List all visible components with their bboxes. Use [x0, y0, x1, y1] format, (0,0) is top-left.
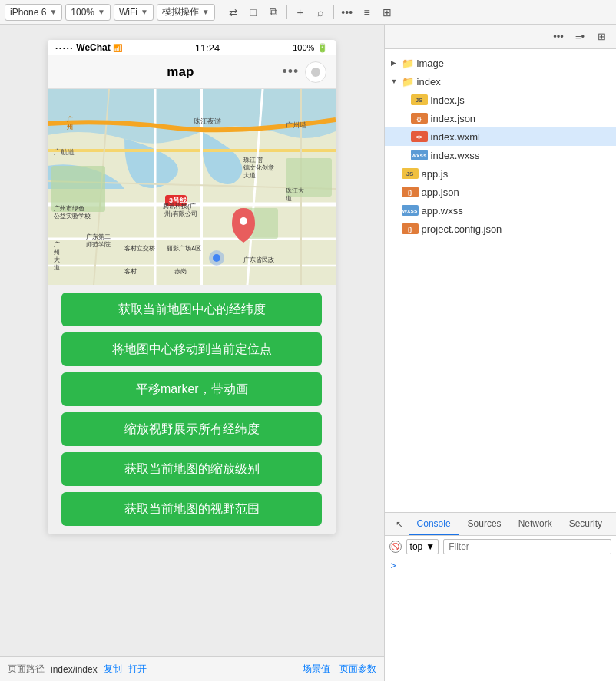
console-context-value: top [410, 541, 423, 552]
console-body: > [385, 557, 616, 681]
zoom-select[interactable]: 100% ▼ [65, 4, 111, 21]
tab-network[interactable]: Network [511, 513, 560, 535]
scene-label[interactable]: 场景值 [303, 663, 330, 676]
status-left: ••••• WeChat 📶 [55, 42, 121, 53]
action-btn-0[interactable]: 获取当前地图中心的经纬度 [61, 293, 322, 326]
console-area: ↖ Console Sources Network Security 🚫 top [385, 512, 616, 681]
svg-text:道: 道 [286, 195, 292, 202]
tree-item-index_wxml[interactable]: <> index.wxml [385, 127, 616, 146]
tree-item-index_js[interactable]: JS index.js [385, 91, 616, 109]
mode-select[interactable]: 模拟操作 ▼ [157, 4, 215, 21]
svg-text:大道: 大道 [243, 172, 256, 179]
tree-item-index_wxss[interactable]: wxss index.wxss [385, 146, 616, 164]
map-svg: 广 州 3号线 广航道 广州市绿色 公益实验学校 [48, 89, 336, 285]
map-area: 广 州 3号线 广航道 广州市绿色 公益实验学校 [48, 89, 336, 285]
top-toolbar: iPhone 6 ▼ 100% ▼ WiFi ▼ 模拟操作 ▼ ⇄ □ ⧉ + … [0, 0, 616, 25]
svg-text:广东省民政: 广东省民政 [243, 256, 274, 263]
tree-item-app_wxss[interactable]: wxss app.wxss [385, 201, 616, 220]
prev-next-icon[interactable]: ⇄ [225, 4, 242, 21]
clock: 11:24 [195, 42, 220, 54]
copy-link[interactable]: 复制 [104, 663, 122, 676]
svg-text:客村立交桥: 客村立交桥 [124, 245, 155, 252]
action-btn-1[interactable]: 将地图中心移动到当前定位点 [61, 332, 322, 366]
svg-text:师范学院: 师范学院 [86, 241, 111, 248]
tree-arrow-0: ▶ [391, 59, 399, 67]
tab-sources[interactable]: Sources [460, 513, 509, 535]
zoom-chevron: ▼ [98, 8, 105, 16]
console-context-select[interactable]: top ▼ [406, 539, 439, 554]
device-chevron: ▼ [49, 8, 57, 16]
svg-text:珠江·菩: 珠江·菩 [243, 157, 263, 164]
console-pointer-icon[interactable]: ↖ [391, 516, 408, 533]
tab-security[interactable]: Security [561, 513, 610, 535]
tree-filename-8: app.wxss [422, 205, 463, 217]
left-panel: ••••• WeChat 📶 11:24 100% 🔋 map ••• [0, 25, 384, 681]
more-icon[interactable]: ••• [339, 4, 356, 21]
tree-item-app_js[interactable]: JS app.js [385, 164, 616, 183]
file-icon-8: wxss [402, 205, 419, 216]
bottom-bar: 页面路径 index/index 复制 打开 场景值 页面参数 [0, 656, 384, 681]
tree-item-index[interactable]: ▼ 📁 index [385, 72, 616, 91]
svg-text:广: 广 [54, 241, 60, 248]
device-select[interactable]: iPhone 6 ▼ [5, 4, 62, 21]
toolbar-divider-1 [220, 5, 220, 19]
network-chevron: ▼ [141, 8, 148, 16]
phone-container: ••••• WeChat 📶 11:24 100% 🔋 map ••• [0, 25, 384, 656]
panel-icon-2[interactable]: ≡• [571, 28, 588, 45]
console-block-icon[interactable]: 🚫 [389, 541, 402, 553]
window-icon[interactable]: □ [245, 4, 262, 21]
network-label: WiFi [119, 7, 137, 18]
record-button[interactable] [305, 61, 326, 83]
tree-filename-3: index.json [431, 113, 476, 124]
tab-console[interactable]: Console [409, 513, 459, 535]
tree-filename-0: image [417, 58, 444, 69]
tree-filename-1: index [417, 76, 441, 88]
buttons-area: 获取当前地图中心的经纬度将地图中心移动到当前定位点平移marker，带动画缩放视… [48, 285, 336, 534]
search-icon[interactable]: ⌕ [312, 4, 329, 21]
folder-icon-0: 📁 [402, 58, 414, 69]
action-btn-4[interactable]: 获取当前地图的缩放级别 [61, 452, 322, 486]
panel-icon-1[interactable]: ••• [550, 28, 567, 45]
action-btn-5[interactable]: 获取当前地图的视野范围 [61, 492, 322, 526]
phone-nav-bar: map ••• [48, 55, 336, 89]
main-content: ••••• WeChat 📶 11:24 100% 🔋 map ••• [0, 25, 616, 681]
action-btn-3[interactable]: 缩放视野展示所有经纬度 [61, 412, 322, 446]
console-filter-input[interactable] [443, 539, 611, 554]
record-circle [311, 68, 320, 77]
svg-text:广东第二: 广东第二 [86, 233, 111, 240]
file-icon-2: JS [411, 94, 428, 105]
svg-point-42 [213, 254, 220, 262]
network-select[interactable]: WiFi ▼ [114, 4, 154, 21]
file-icon-5: wxss [411, 150, 428, 160]
tree-item-project_config.json[interactable]: {} project.config.json [385, 220, 616, 238]
panel-icon-3[interactable]: ⊞ [593, 28, 610, 45]
bottom-right: 场景值 页面参数 [303, 663, 376, 676]
tree-item-index_json[interactable]: {} index.json [385, 109, 616, 127]
carrier-label: WeChat [76, 42, 110, 53]
svg-point-43 [240, 217, 247, 225]
add-icon[interactable]: + [292, 4, 309, 21]
bottom-path-label: 页面路径 [8, 663, 45, 676]
open-link[interactable]: 打开 [128, 663, 147, 676]
tree-item-image[interactable]: ▶ 📁 image [385, 54, 616, 72]
split-icon[interactable]: ⧉ [265, 4, 282, 21]
svg-text:大: 大 [54, 256, 60, 263]
console-arrow[interactable]: > [391, 560, 396, 571]
console-filter-bar: 🚫 top ▼ [385, 536, 616, 557]
svg-text:公益实验学校: 公益实验学校 [54, 213, 91, 220]
file-icon-6: JS [402, 168, 419, 179]
svg-text:丽影广场A区: 丽影广场A区 [167, 245, 201, 252]
tree-item-app_json[interactable]: {} app.json [385, 183, 616, 201]
grid-icon[interactable]: ⊞ [379, 4, 396, 21]
console-context-chevron: ▼ [426, 541, 435, 552]
right-top-bar: ••• ≡• ⊞ [385, 25, 616, 49]
page-title: map [167, 64, 194, 80]
action-btn-2[interactable]: 平移marker，带动画 [61, 372, 322, 406]
list-icon[interactable]: ≡ [359, 4, 376, 21]
wifi-icon: 📶 [113, 44, 122, 52]
page-params[interactable]: 页面参数 [339, 663, 376, 676]
nav-more-icon[interactable]: ••• [282, 64, 299, 80]
svg-text:州: 州 [54, 249, 60, 256]
svg-text:客村: 客村 [124, 268, 137, 275]
svg-text:珠江夜游: 珠江夜游 [194, 117, 221, 125]
